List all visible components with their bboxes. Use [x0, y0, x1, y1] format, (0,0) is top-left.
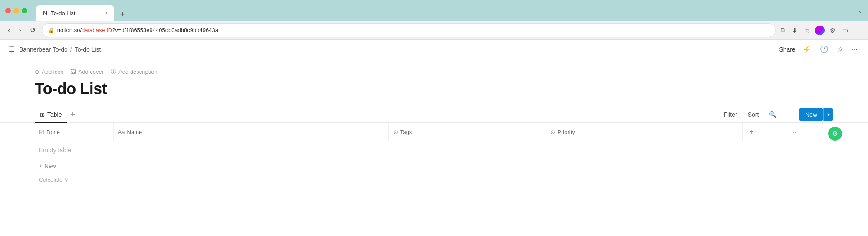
more-view-options-button[interactable]: ··· [783, 109, 796, 120]
breadcrumb-current: To-do List [75, 46, 101, 53]
back-button[interactable]: ‹ [5, 25, 13, 36]
add-icon-label: Add icon [42, 69, 64, 75]
breadcrumb-separator: / [70, 46, 72, 53]
browser-menu-button[interactable]: ⋮ [853, 25, 863, 36]
add-row-plus: + [39, 163, 43, 169]
sidebar-toggle-button[interactable]: ☰ [9, 45, 15, 53]
more-columns-header: ··· [784, 123, 833, 141]
add-cover-button[interactable]: 🖼 Add cover [71, 69, 104, 75]
tags-col-label: Tags [400, 129, 412, 135]
calculate-label: Calculate [39, 177, 62, 183]
new-tab-button[interactable]: + [117, 8, 128, 21]
table-body: Empty table. + New Calculate ∨ [35, 141, 833, 187]
url-prefix: notion.so/ [57, 27, 82, 33]
reload-button[interactable]: ↺ [27, 24, 38, 36]
titlebar: N To-do List × + ⌄ [0, 0, 868, 21]
add-icon-button[interactable]: ⊕ Add icon [35, 69, 64, 75]
sidebar-toggle-button[interactable]: ▭ [841, 25, 850, 36]
column-header-tags[interactable]: ⊙ Tags [388, 123, 546, 141]
column-header-priority[interactable]: ⊙ Priority [546, 123, 743, 141]
browser-avatar [815, 26, 825, 35]
add-view-button[interactable]: + [67, 108, 79, 121]
add-cover-label: Add cover [79, 69, 104, 75]
view-controls: Filter Sort 🔍 ··· New ▾ [720, 108, 834, 121]
search-icon: 🔍 [769, 111, 776, 118]
column-header-name[interactable]: Aa Name [113, 123, 388, 141]
tab-area: N To-do List × + [36, 0, 128, 21]
add-description-label: Add description [118, 69, 158, 75]
tab-title: To-do List [51, 10, 101, 16]
page-area: ☰ Bannerbear To-do / To-do List Share ⚡ … [0, 40, 868, 187]
name-col-icon: Aa [118, 129, 125, 135]
new-button-group: New ▾ [799, 108, 833, 121]
lock-icon: 🔒 [48, 27, 55, 33]
download-button[interactable]: ⬇ [790, 25, 799, 36]
tab-table-label: Table [47, 111, 62, 118]
calculate-button[interactable]: Calculate ∨ [39, 177, 69, 183]
address-bar[interactable]: 🔒 notion.so/database ID?v=df1f86553e9440… [42, 23, 776, 37]
share-button[interactable]: Share [779, 46, 795, 53]
traffic-lights [5, 8, 27, 13]
bookmark-button[interactable]: ☆ [802, 25, 812, 36]
header-row: ☑ Done Aa Name ⊙ Tags [35, 123, 833, 141]
page-title: To-do List [35, 80, 833, 98]
topbar-right: Share ⚡ 🕐 ☆ ··· [779, 43, 859, 55]
priority-col-label: Priority [557, 129, 575, 135]
more-options-button[interactable]: ··· [850, 44, 859, 55]
add-description-button[interactable]: ⓘ Add description [111, 68, 158, 75]
breadcrumb-root[interactable]: Bannerbear To-do [19, 46, 68, 53]
add-cover-icon: 🖼 [71, 69, 76, 75]
add-column-header: + [743, 123, 784, 141]
page-meta-actions: ⊕ Add icon 🖼 Add cover ⓘ Add description [35, 68, 833, 75]
done-col-icon: ☑ [39, 129, 44, 135]
user-avatar: G [828, 127, 842, 141]
maximize-button[interactable] [22, 8, 27, 13]
extensions-button[interactable]: ⚙ [828, 25, 837, 36]
tab-todo-list[interactable]: N To-do List × [36, 5, 114, 21]
avatar-letter: G [833, 130, 838, 137]
bolt-button[interactable]: ⚡ [801, 43, 813, 55]
add-column-button[interactable]: + [747, 126, 756, 138]
tab-table[interactable]: ⊞ Table [35, 107, 67, 122]
url-text: notion.so/database ID?v=df1f86553e94405d… [57, 27, 769, 33]
new-row-cell: + New [35, 159, 833, 173]
more-columns-button[interactable]: ··· [789, 127, 799, 137]
empty-row: Empty table. [35, 141, 833, 159]
forward-button[interactable]: › [16, 25, 23, 36]
addressbar: ‹ › ↺ 🔒 notion.so/database ID?v=df1f8655… [0, 21, 868, 40]
new-record-dropdown-button[interactable]: ▾ [823, 108, 833, 121]
column-header-done[interactable]: ☑ Done [35, 123, 113, 141]
minimize-button[interactable] [13, 8, 19, 13]
titlebar-chevron[interactable]: ⌄ [858, 7, 863, 14]
new-record-button[interactable]: New [799, 108, 823, 121]
tags-col-icon: ⊙ [393, 129, 398, 135]
add-row-button[interactable]: + New [39, 163, 56, 169]
add-icon-plus: ⊕ [35, 69, 39, 75]
calculate-chevron: ∨ [64, 177, 69, 183]
add-row-label: New [45, 163, 56, 169]
sort-button[interactable]: Sort [744, 109, 763, 120]
search-button[interactable]: 🔍 [766, 109, 780, 120]
url-suffix: ?v=df1f86553e94405db0adb8c9bb49643a [112, 27, 218, 33]
priority-col-icon: ⊙ [550, 129, 555, 135]
url-database-id: database ID [82, 27, 112, 33]
history-button[interactable]: 🕐 [818, 43, 830, 55]
notion-icon: N [43, 10, 47, 16]
breadcrumb: Bannerbear To-do / To-do List [19, 46, 101, 53]
favorite-button[interactable]: ☆ [835, 43, 845, 55]
table-container: ☑ Done Aa Name ⊙ Tags [0, 123, 868, 187]
open-in-new-button[interactable]: ⧉ [779, 25, 787, 36]
new-row: + New [35, 159, 833, 173]
close-button[interactable] [5, 8, 11, 13]
table-icon: ⊞ [40, 111, 45, 118]
table-header: ☑ Done Aa Name ⊙ Tags [35, 123, 833, 141]
add-desc-icon: ⓘ [111, 68, 116, 75]
view-tabs: ⊞ Table + Filter Sort 🔍 ··· New ▾ [0, 107, 868, 123]
page-header: ⊕ Add icon 🖼 Add cover ⓘ Add description… [0, 59, 868, 98]
close-tab-button[interactable]: × [105, 10, 107, 16]
filter-button[interactable]: Filter [720, 109, 741, 120]
calculate-row: Calculate ∨ [35, 173, 833, 187]
calculate-cell: Calculate ∨ [35, 173, 833, 187]
name-col-label: Name [127, 129, 142, 135]
empty-message: Empty table. [35, 141, 833, 159]
